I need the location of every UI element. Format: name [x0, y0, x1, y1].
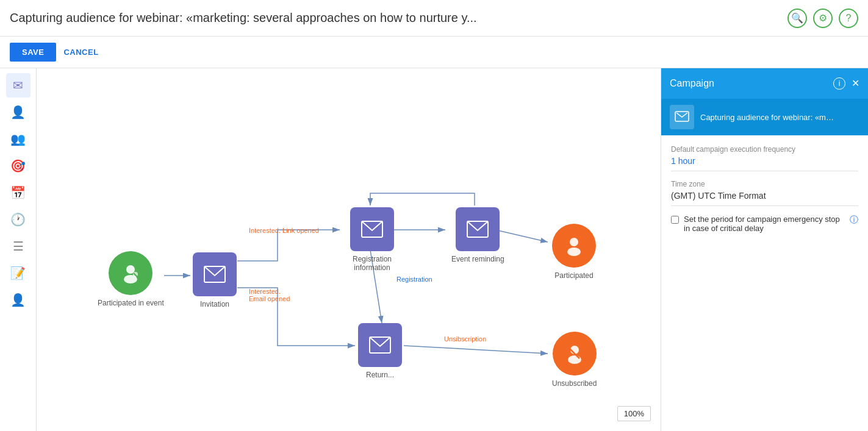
node-registration-info[interactable]: Registration information: [345, 207, 400, 272]
svg-point-14: [567, 248, 581, 256]
field-label-frequency: Default campaign execution frequency: [671, 145, 858, 154]
edge-label-link-opened: Interested. Link opened: [249, 227, 319, 234]
svg-line-4: [404, 346, 548, 354]
node-invitation[interactable]: Invitation: [193, 252, 237, 308]
search-button[interactable]: 🔍: [787, 9, 807, 28]
checkbox-label-emergency: Set the period for campaign emergency st…: [684, 215, 842, 233]
save-button[interactable]: SAVE: [10, 43, 56, 62]
top-actions: 🔍 ⚙ ?: [787, 9, 858, 28]
edge-label-registration: Registration: [396, 276, 432, 283]
node-circle-participated-in-event: [109, 251, 152, 295]
node-label-unsubscribed: Unsubscribed: [552, 379, 597, 388]
checkbox-info-icon[interactable]: ⓘ: [850, 215, 858, 226]
field-label-timezone: Time zone: [671, 180, 858, 188]
right-panel: Campaign i ✕ Capturing audience for webi…: [661, 68, 868, 431]
node-square-registration-info: [350, 207, 394, 251]
panel-info-icon[interactable]: i: [833, 77, 845, 90]
toolbar: SAVE CANCEL: [0, 37, 868, 68]
node-participated-in-event[interactable]: Participated in event: [98, 251, 164, 307]
node-circle-unsubscribed: [553, 332, 597, 376]
node-label-registration-info: Registration information: [345, 255, 400, 272]
right-panel-body: Default campaign execution frequency 1 h…: [661, 135, 868, 431]
field-value-timezone[interactable]: (GMT) UTC Time Format: [671, 191, 858, 206]
node-label-return: Return...: [366, 371, 394, 379]
svg-point-13: [570, 238, 578, 246]
node-square-return: [358, 323, 402, 367]
panel-campaign-item[interactable]: Capturing audience for webinar: «marketi…: [661, 99, 868, 135]
sidebar-icon-list[interactable]: ☰: [6, 234, 30, 258]
checkbox-row-emergency: Set the period for campaign emergency st…: [671, 215, 858, 233]
left-sidebar: ✉ 👤 👥 🎯 📅 🕐 ☰ 📝 👤: [0, 68, 37, 431]
sidebar-icon-contact[interactable]: 👤: [6, 100, 30, 124]
sidebar-icon-target[interactable]: 🎯: [6, 154, 30, 178]
svg-point-17: [568, 355, 581, 364]
edge-label-unsubscription: Unsibscription: [444, 335, 486, 343]
node-return[interactable]: Return...: [358, 323, 402, 379]
node-circle-participated: [552, 224, 596, 268]
panel-campaign-title: Capturing audience for webinar: «marketi…: [700, 113, 834, 122]
cancel-button[interactable]: CANCEL: [63, 48, 98, 57]
edge-label-email-opened: Interested.Email opened: [249, 288, 290, 302]
right-panel-title: Campaign: [670, 78, 714, 89]
node-unsubscribed[interactable]: Unsubscribed: [552, 332, 597, 388]
node-label-participated-in-event: Participated in event: [98, 299, 164, 307]
help-button[interactable]: ?: [839, 9, 858, 28]
sidebar-icon-note[interactable]: 📝: [6, 261, 30, 285]
sidebar-icon-email[interactable]: ✉: [6, 73, 30, 98]
sidebar-icon-group[interactable]: 👥: [6, 127, 30, 151]
sidebar-icon-user-warning[interactable]: 👤: [6, 288, 30, 312]
node-event-reminding[interactable]: Event reminding: [451, 207, 504, 263]
field-value-frequency[interactable]: 1 hour: [671, 156, 858, 171]
page-title: Capturing audience for webinar: «marketi…: [10, 11, 858, 25]
checkbox-emergency-stop[interactable]: [671, 216, 679, 224]
panel-close-icon[interactable]: ✕: [852, 77, 859, 90]
sidebar-icon-clock[interactable]: 🕐: [6, 207, 30, 232]
node-square-invitation: [193, 252, 237, 296]
field-timezone: Time zone (GMT) UTC Time Format: [671, 180, 858, 206]
zoom-indicator: 100%: [617, 406, 651, 421]
field-execution-frequency: Default campaign execution frequency 1 h…: [671, 145, 858, 171]
flow-canvas[interactable]: Participated in event Invitation Registr…: [37, 68, 661, 431]
panel-campaign-icon: [670, 105, 694, 129]
settings-button[interactable]: ⚙: [813, 9, 833, 28]
top-bar: Capturing audience for webinar: «marketi…: [0, 0, 868, 37]
node-label-participated: Participated: [554, 271, 593, 280]
sidebar-icon-calendar[interactable]: 📅: [6, 180, 30, 205]
svg-point-6: [126, 265, 135, 274]
node-square-event-reminding: [456, 207, 500, 251]
right-panel-header: Campaign i ✕: [661, 68, 868, 99]
main-layout: ✉ 👤 👥 🎯 📅 🕐 ☰ 📝 👤: [0, 68, 868, 431]
right-panel-header-icons: i ✕: [833, 77, 859, 90]
node-label-event-reminding: Event reminding: [451, 255, 504, 263]
node-participated[interactable]: Participated: [552, 224, 596, 280]
node-label-invitation: Invitation: [200, 300, 229, 308]
